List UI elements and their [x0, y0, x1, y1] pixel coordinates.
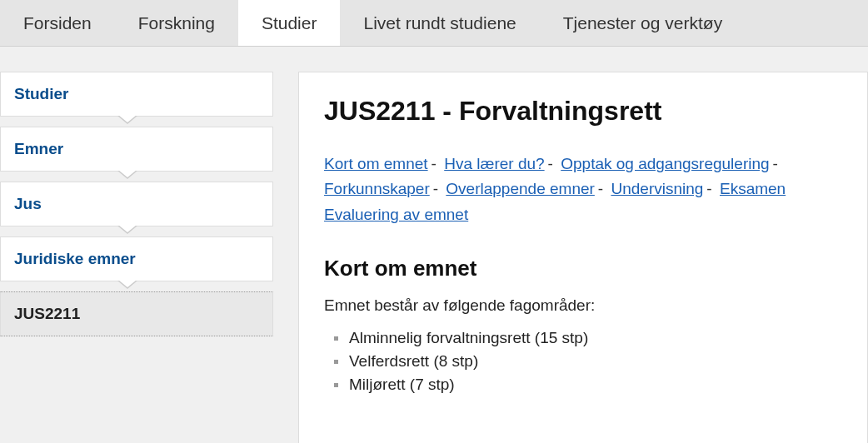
tab-label: Tjenester og verktøy: [563, 13, 722, 33]
anchor-eksamen[interactable]: Eksamen: [720, 180, 786, 197]
chevron-down-icon: [117, 171, 137, 179]
tab-forskning[interactable]: Forskning: [115, 0, 238, 46]
anchor-overlappende[interactable]: Overlappende emner: [446, 180, 595, 197]
separator: -: [430, 180, 441, 197]
breadcrumb-sidebar: Studier Emner Jus Juridiske emner JUS221…: [0, 72, 273, 443]
list-item: Velferdsrett (8 stp): [334, 350, 842, 373]
section-intro: Emnet består av følgende fagområder:: [324, 296, 842, 315]
breadcrumb-juridiske-emner[interactable]: Juridiske emner: [0, 236, 273, 281]
tab-label: Studier: [262, 13, 317, 33]
anchor-links: Kort om emnet- Hva lærer du?- Opptak og …: [324, 152, 842, 227]
bullet-list: Alminnelig forvaltningsrett (15 stp) Vel…: [324, 326, 842, 396]
top-navigation: Forsiden Forskning Studier Livet rundt s…: [0, 0, 868, 47]
breadcrumb-link[interactable]: Emner: [14, 140, 63, 157]
anchor-hva-laerer-du[interactable]: Hva lærer du?: [444, 155, 544, 172]
list-item: Miljørett (7 stp): [334, 373, 842, 396]
anchor-forkunnskaper[interactable]: Forkunnskaper: [324, 180, 430, 197]
chevron-down-icon: [117, 281, 137, 289]
breadcrumb-emner[interactable]: Emner: [0, 127, 273, 172]
list-item: Alminnelig forvaltningsrett (15 stp): [334, 326, 842, 350]
separator: -: [545, 155, 556, 172]
separator: -: [428, 155, 440, 172]
separator: -: [770, 155, 781, 172]
breadcrumb-current: JUS2211: [0, 291, 273, 336]
breadcrumb-studier[interactable]: Studier: [0, 72, 273, 117]
tab-forsiden[interactable]: Forsiden: [0, 0, 115, 46]
anchor-undervisning[interactable]: Undervisning: [611, 180, 703, 197]
separator: -: [595, 180, 606, 197]
main-content: JUS2211 - Forvaltningsrett Kort om emnet…: [298, 72, 868, 443]
tab-studier[interactable]: Studier: [238, 0, 341, 46]
content-wrapper: Studier Emner Jus Juridiske emner JUS221…: [0, 47, 868, 443]
breadcrumb-link[interactable]: Jus: [14, 195, 42, 212]
anchor-opptak[interactable]: Opptak og adgangsregulering: [561, 155, 769, 172]
tab-tjenester[interactable]: Tjenester og verktøy: [540, 0, 746, 46]
tab-label: Forsiden: [23, 13, 92, 33]
tab-livet-rundt[interactable]: Livet rundt studiene: [340, 0, 539, 46]
anchor-kort-om-emnet[interactable]: Kort om emnet: [324, 155, 428, 172]
breadcrumb-current-label: JUS2211: [14, 305, 80, 322]
breadcrumb-jus[interactable]: Jus: [0, 182, 273, 226]
section-heading: Kort om emnet: [324, 256, 842, 281]
chevron-down-icon: [117, 116, 137, 124]
breadcrumb-link[interactable]: Studier: [14, 85, 68, 102]
page-title: JUS2211 - Forvaltningsrett: [324, 96, 842, 127]
separator: -: [703, 180, 715, 197]
chevron-down-icon: [117, 226, 137, 234]
breadcrumb-link[interactable]: Juridiske emner: [14, 250, 136, 267]
anchor-evaluering[interactable]: Evaluering av emnet: [324, 206, 468, 223]
tab-label: Forskning: [138, 13, 215, 33]
tab-label: Livet rundt studiene: [363, 13, 516, 33]
